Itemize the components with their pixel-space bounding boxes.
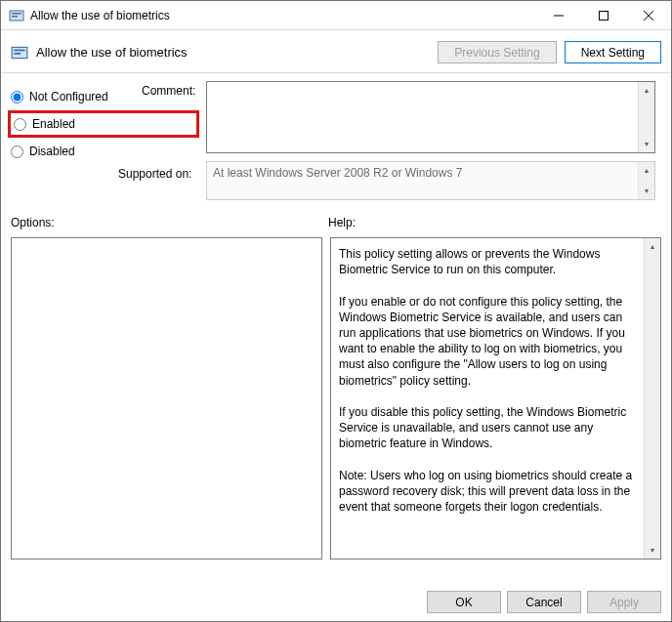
minimize-button[interactable]	[536, 1, 581, 30]
supported-on-label: Supported on:	[118, 167, 191, 181]
scroll-down-icon[interactable]: ▾	[645, 542, 660, 559]
not-configured-label: Not Configured	[29, 90, 108, 104]
cancel-button[interactable]: Cancel	[507, 591, 581, 613]
help-scrollbar[interactable]: ▴ ▾	[644, 238, 660, 559]
options-label: Options:	[11, 216, 328, 229]
disabled-label: Disabled	[29, 145, 75, 158]
lower-area: Options: Help: This policy setting allow…	[1, 206, 671, 560]
settings-area: Not Configured Enabled Disabled Comment:…	[1, 73, 671, 206]
policy-icon	[9, 8, 24, 23]
ok-button[interactable]: OK	[427, 591, 501, 613]
svg-rect-8	[14, 49, 24, 51]
enabled-radio[interactable]: Enabled	[8, 110, 199, 138]
previous-setting-button[interactable]: Previous Setting	[438, 41, 556, 63]
help-text: This policy setting allows or prevents t…	[331, 238, 644, 559]
scroll-up-icon: ▴	[639, 162, 654, 179]
policy-icon	[11, 44, 28, 62]
svg-rect-9	[14, 53, 21, 55]
titlebar: Allow the use of biometrics	[1, 1, 671, 30]
scroll-up-icon[interactable]: ▴	[645, 238, 660, 255]
help-label: Help:	[328, 216, 356, 229]
enabled-label: Enabled	[32, 117, 75, 131]
svg-rect-4	[600, 12, 609, 21]
close-button[interactable]	[626, 1, 671, 30]
supported-on-box: At least Windows Server 2008 R2 or Windo…	[206, 161, 655, 200]
enabled-radio-input[interactable]	[14, 118, 26, 131]
options-pane	[11, 237, 322, 560]
footer-buttons: OK Cancel Apply	[427, 591, 661, 613]
svg-rect-1	[12, 13, 21, 15]
next-setting-button[interactable]: Next Setting	[565, 41, 661, 63]
scroll-down-icon[interactable]: ▾	[639, 136, 654, 152]
disabled-radio[interactable]: Disabled	[11, 138, 206, 165]
window-title: Allow the use of biometrics	[30, 9, 536, 22]
scroll-down-icon: ▾	[639, 183, 654, 199]
not-configured-radio-input[interactable]	[11, 91, 23, 104]
comment-textarea[interactable]: ▴ ▾	[206, 81, 655, 153]
disabled-radio-input[interactable]	[11, 145, 23, 158]
supported-scrollbar: ▴ ▾	[638, 162, 654, 199]
help-pane: This policy setting allows or prevents t…	[330, 237, 661, 560]
supported-on-value: At least Windows Server 2008 R2 or Windo…	[207, 162, 638, 199]
window-controls	[536, 1, 671, 29]
comment-value[interactable]	[207, 82, 638, 152]
svg-rect-2	[12, 16, 18, 18]
apply-button[interactable]: Apply	[587, 591, 661, 613]
comment-label: Comment:	[142, 84, 195, 98]
maximize-button[interactable]	[581, 1, 626, 30]
header: Allow the use of biometrics Previous Set…	[1, 30, 671, 73]
scroll-up-icon[interactable]: ▴	[639, 82, 654, 99]
comment-scrollbar[interactable]: ▴ ▾	[638, 82, 654, 152]
header-title: Allow the use of biometrics	[36, 45, 430, 60]
